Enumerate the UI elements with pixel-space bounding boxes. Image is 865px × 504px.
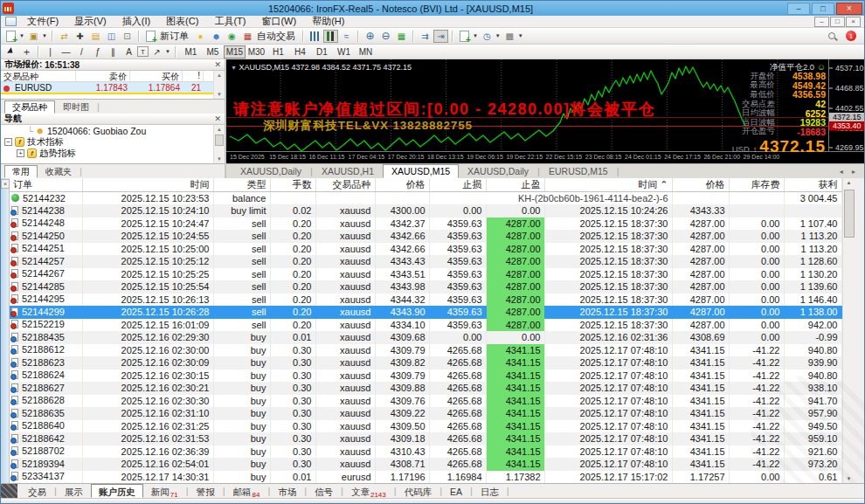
indicators-icon[interactable] — [457, 30, 472, 43]
toolbox-tab-账户历史[interactable]: 账户历史 — [91, 484, 143, 498]
history-column-header[interactable]: 时间 — [82, 178, 213, 192]
history-scrollbar[interactable]: ▲▼ — [842, 178, 855, 483]
minimize-button[interactable]: – — [787, 3, 810, 15]
new-order-button[interactable]: 新订单 — [160, 30, 189, 43]
vertical-line-icon[interactable]: | — [43, 45, 58, 59]
history-column-header[interactable]: 手数 — [270, 178, 315, 192]
history-row[interactable]: 521886122025.12.16 02:30:00buy0.30xauusd… — [10, 344, 841, 357]
history-row[interactable]: 521442482025.12.15 10:24:47sell0.20xauus… — [10, 217, 841, 231]
history-row[interactable]: 521442852025.12.15 10:25:54sell0.20xauus… — [10, 280, 841, 293]
history-row[interactable]: 521893942025.12.16 02:54:01buy0.30xauusd… — [10, 458, 841, 471]
menu-item[interactable]: 工具(T) — [206, 15, 253, 28]
strategy-tester-icon[interactable]: ⊡ — [120, 30, 135, 43]
history-row[interactable]: 521442322025.12.15 10:23:53balanceKH-(2b… — [10, 192, 841, 205]
auto-scroll-icon[interactable]: ⇉ — [418, 30, 432, 43]
history-column-header[interactable]: 库存费 — [729, 178, 784, 192]
history-column-header[interactable]: 交易品种 — [315, 178, 375, 192]
tab-symbols[interactable]: 交易品种 — [4, 100, 55, 114]
toolbox-icon[interactable]: ◫ — [104, 30, 119, 43]
maximize-button[interactable]: □ — [812, 3, 834, 15]
history-column-header[interactable]: 止盈 — [486, 178, 544, 192]
chart-window-icon[interactable] — [5, 17, 17, 26]
bar-chart-icon[interactable] — [308, 30, 322, 43]
toolbox-tab-警报[interactable]: 警报 — [189, 484, 223, 498]
toolbox-tab-展示[interactable]: 展示 — [57, 484, 91, 498]
history-column-header[interactable]: 订单 — [10, 178, 82, 192]
history-row[interactable]: 521887022025.12.16 02:36:39buy0.30xauusd… — [10, 445, 841, 459]
zoom-out-icon[interactable]: ⊖ — [378, 30, 393, 43]
history-column-header[interactable]: 时间 ⌃ — [544, 178, 672, 192]
algo-icon[interactable]: ● — [193, 30, 208, 43]
timeframe-W1[interactable]: W1 — [333, 45, 355, 59]
history-row[interactable]: 521442952025.12.15 10:26:13sell0.20xauus… — [10, 293, 841, 307]
periods-icon[interactable]: ◷ — [480, 30, 495, 43]
notification-badge[interactable]: 1 — [846, 31, 856, 41]
toolbox-tab-代码库[interactable]: 代码库 — [397, 484, 440, 498]
history-row[interactable]: 521442382025.12.15 10:24:10buy limit0.02… — [10, 204, 841, 217]
navigator-trend[interactable]: + f 趋势指标 — [1, 148, 225, 159]
navigator-close-icon[interactable]: ✕ — [214, 114, 221, 123]
market-watch-scrollbar[interactable]: ▲▼ — [213, 71, 225, 99]
child-close-button[interactable]: × — [846, 17, 861, 27]
toolbox-tab-邮箱[interactable]: 邮箱84 — [225, 484, 267, 498]
profiles-icon[interactable]: ▣ — [26, 30, 41, 43]
templates-icon[interactable]: ▩ — [502, 30, 517, 43]
autotrading-icon[interactable]: ▦ — [240, 30, 255, 43]
child-minimize-button[interactable]: – — [814, 17, 829, 27]
chart-tab[interactable]: XAUUSD,Daily — [459, 164, 537, 178]
close-button[interactable]: × — [836, 3, 862, 15]
text-icon[interactable]: A — [121, 45, 136, 59]
chart-tab[interactable]: XAUUSD,Daily — [232, 164, 310, 178]
menu-item[interactable]: 窗口(W) — [253, 15, 304, 28]
chart-tab-scroll-icons[interactable]: ◂ ▸ — [840, 168, 859, 176]
history-row[interactable]: 521886402025.12.16 02:31:25buy0.30xauusd… — [10, 420, 841, 433]
crosshair-icon[interactable]: ＋ — [19, 45, 34, 59]
history-row[interactable]: 521886282025.12.16 02:30:30buy0.30xauusd… — [10, 395, 841, 408]
zoom-in-icon[interactable]: ⊕ — [363, 30, 377, 43]
autotrading-button[interactable]: 自动交易 — [257, 30, 295, 43]
tab-tick-chart[interactable]: 即时图 — [55, 100, 97, 114]
history-row[interactable]: 521522192025.12.15 16:01:09sell0.20xauus… — [10, 319, 841, 332]
timeframe-M1[interactable]: M1 — [180, 45, 202, 59]
history-row[interactable]: 521442572025.12.15 10:25:12sell0.20xauus… — [10, 255, 841, 268]
history-row[interactable]: 521442512025.12.15 10:25:00sell0.20xauus… — [10, 243, 841, 256]
toolbox-close-icon[interactable]: × — [1, 179, 10, 189]
chart-tab[interactable]: XAUUSD,H1 — [313, 164, 383, 178]
chart-tab[interactable]: XAUUSD,M15 — [383, 164, 459, 178]
navigator-account[interactable]: └ ☻ 15204066: Guobiao Zou — [1, 125, 225, 136]
toolbox-tab-市场[interactable]: 市场 — [270, 484, 304, 498]
expand-icon[interactable]: + — [17, 149, 24, 157]
history-row[interactable]: 521886352025.12.16 02:31:10buy0.30xauusd… — [10, 407, 841, 420]
price-chart[interactable]: 4537.104468.854402.554336.254269.954372.… — [226, 59, 864, 163]
toolbox-tab-日志[interactable]: 日志 — [473, 484, 507, 498]
child-restore-button[interactable]: □ — [830, 17, 845, 27]
timeframe-M5[interactable]: M5 — [202, 45, 224, 59]
toolbox-tab-文章[interactable]: 文章2143 — [343, 484, 394, 498]
cursor-icon[interactable] — [3, 45, 18, 59]
market-watch-icon[interactable]: ⇄ — [57, 30, 72, 43]
market-watch-row-eurusd[interactable]: EURUSD 1.17843 1.17864 21 — [1, 82, 225, 94]
history-row[interactable]: 521442672025.12.15 10:25:25sell0.20xauus… — [10, 268, 841, 281]
navigator-indicators[interactable]: − f 技术指标 — [1, 136, 225, 148]
tile-windows-icon[interactable]: ▦ — [394, 30, 409, 43]
tab-common[interactable]: 常用 — [4, 165, 38, 178]
menu-item[interactable]: 显示(V) — [66, 15, 114, 28]
toolbox-tab-EA[interactable]: EA — [442, 484, 470, 498]
candlestick-icon[interactable] — [323, 30, 338, 43]
history-row[interactable]: 521442502025.12.15 10:24:55sell0.20xauus… — [10, 230, 841, 243]
timeframe-H4[interactable]: H4 — [289, 45, 311, 59]
search-icon[interactable] — [824, 30, 839, 43]
timeframe-H1[interactable]: H1 — [267, 45, 289, 59]
fibonacci-icon[interactable]: ƒ — [90, 45, 105, 59]
history-row[interactable]: 523341372025.12.17 14:30:31buy0.01eurusd… — [10, 471, 841, 484]
history-row[interactable]: 521442992025.12.15 10:26:28sell0.20xauus… — [10, 306, 841, 319]
chart-tab[interactable]: EURUSD,M15 — [540, 164, 617, 178]
navigator-icon[interactable]: ▤ — [88, 30, 103, 43]
channel-icon[interactable]: ∥ — [106, 45, 121, 59]
collapse-icon[interactable]: − — [4, 138, 12, 146]
timeframe-M15[interactable]: M15 — [224, 45, 246, 59]
line-chart-icon[interactable]: ≈ — [339, 30, 354, 43]
navigator-scrollbar[interactable]: ▲▼ — [213, 125, 225, 163]
data-window-icon[interactable]: ✚ — [73, 30, 87, 43]
history-column-header[interactable]: 类型 — [213, 178, 270, 192]
